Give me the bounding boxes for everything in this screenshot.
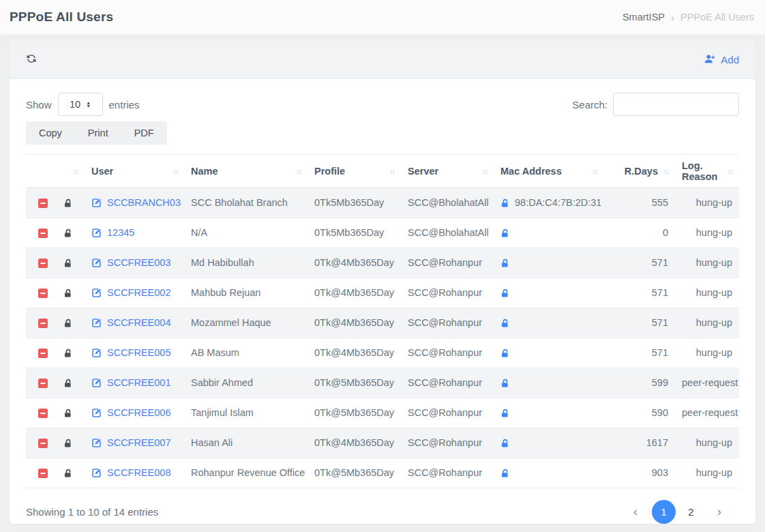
unlock-user-icon[interactable] (63, 379, 73, 388)
column-header-profile[interactable]: Profile↑↓ (308, 155, 401, 188)
mac-lock-icon[interactable] (500, 258, 510, 268)
disable-user-icon[interactable] (38, 289, 48, 298)
disable-user-icon[interactable] (38, 469, 48, 478)
refresh-button[interactable] (26, 53, 37, 66)
edit-icon[interactable] (91, 198, 102, 208)
disable-user-icon[interactable] (38, 349, 48, 358)
pagination-pages: 12 (652, 500, 703, 524)
mac-lock-icon[interactable] (500, 349, 510, 358)
column-header-log-reason[interactable]: Log. Reason↑↓ (675, 155, 739, 188)
user-link[interactable]: SCCFREE004 (107, 316, 170, 329)
pdf-button[interactable]: PDF (121, 121, 167, 145)
edit-icon[interactable] (91, 318, 102, 328)
pagination-page-2[interactable]: 2 (679, 500, 703, 524)
disable-user-icon[interactable] (38, 409, 48, 418)
card-header: Add (10, 41, 755, 79)
unlock-user-icon[interactable] (63, 198, 73, 208)
mac-lock-icon[interactable] (500, 409, 510, 418)
mac-cell (494, 458, 603, 488)
actions-cell (26, 278, 85, 308)
column-header-actions[interactable]: ↑↓ (26, 155, 85, 188)
pagination-prev-icon[interactable]: ‹ (631, 505, 640, 519)
copy-button[interactable]: Copy (26, 121, 75, 145)
mac-lock-icon[interactable] (500, 198, 510, 208)
user-link[interactable]: SCCFREE003 (107, 256, 170, 269)
refresh-icon (26, 53, 37, 66)
page-title: PPPoE All Users (10, 10, 113, 25)
breadcrumb-current: PPPoE All Users (680, 12, 754, 23)
unlock-user-icon[interactable] (63, 228, 73, 238)
unlock-user-icon[interactable] (63, 409, 73, 418)
edit-icon[interactable] (91, 348, 102, 358)
table-row: SCCFREE003Md Habibullah0Tk@4Mb365DaySCC@… (26, 248, 739, 278)
user-cell: SCCFREE003 (85, 248, 184, 278)
table-controls: Show 10 ▲▼ entries Search: (26, 93, 739, 116)
mac-lock-icon[interactable] (500, 439, 510, 448)
page-length-select[interactable]: 10 ▲▼ (58, 93, 103, 116)
pagination-page-1[interactable]: 1 (652, 500, 676, 524)
card-body: Show 10 ▲▼ entries Search: CopyPrintPDF … (10, 79, 755, 524)
actions-cell (26, 368, 85, 398)
add-button-label: Add (721, 54, 739, 65)
page-length-control: Show 10 ▲▼ entries (26, 93, 140, 116)
mac-lock-icon[interactable] (500, 469, 510, 478)
breadcrumb-parent[interactable]: SmartISP (622, 12, 665, 23)
profile-cell: 0Tk@5Mb365Day (308, 458, 401, 488)
users-table: ↑↓User↑↓Name↑↓Profile↑↓Server↑↓Mac Addre… (26, 154, 739, 488)
unlock-user-icon[interactable] (63, 439, 73, 448)
server-cell: SCC@Rohanpur (401, 308, 494, 338)
column-header-server[interactable]: Server↑↓ (401, 155, 494, 188)
user-link[interactable]: SCCFREE008 (107, 467, 170, 479)
add-user-button[interactable]: Add (704, 54, 739, 66)
unlock-user-icon[interactable] (63, 289, 73, 298)
rdays-cell: 590 (603, 398, 675, 428)
disable-user-icon[interactable] (38, 379, 48, 388)
disable-user-icon[interactable] (38, 439, 48, 448)
disable-user-icon[interactable] (38, 228, 48, 238)
mac-address: 98:DA:C4:7B:2D:31 (515, 196, 601, 209)
user-link[interactable]: 12345 (107, 226, 134, 239)
user-link[interactable]: SCCFREE001 (107, 376, 170, 389)
server-cell: SCC@Rohanpur (401, 458, 494, 488)
print-button[interactable]: Print (75, 121, 121, 145)
user-link[interactable]: SCCFREE005 (107, 346, 170, 359)
pagination-next-icon[interactable]: › (715, 505, 724, 519)
mac-lock-icon[interactable] (500, 228, 510, 238)
edit-icon[interactable] (91, 378, 102, 388)
user-link[interactable]: SCCFREE006 (107, 407, 170, 419)
unlock-user-icon[interactable] (63, 469, 73, 478)
disable-user-icon[interactable] (38, 319, 48, 328)
column-header-user[interactable]: User↑↓ (85, 155, 184, 188)
column-header-name[interactable]: Name↑↓ (184, 155, 308, 188)
unlock-user-icon[interactable] (63, 258, 73, 268)
disable-user-icon[interactable] (38, 198, 48, 208)
server-cell: SCC@BholahatAll (401, 218, 494, 248)
user-link[interactable]: SCCFREE007 (107, 437, 170, 449)
export-buttons-row: CopyPrintPDF (26, 121, 739, 145)
server-cell: SCC@Rohanpur (401, 368, 494, 398)
search-input[interactable] (613, 93, 739, 116)
name-cell: Rohanpur Revenue Office (184, 458, 308, 488)
edit-icon[interactable] (91, 408, 102, 418)
user-link[interactable]: SCCBRANCH03 (107, 196, 181, 209)
entries-info: Showing 1 to 10 of 14 entries (26, 506, 158, 518)
edit-icon[interactable] (91, 288, 102, 298)
edit-icon[interactable] (91, 258, 102, 268)
column-header-r-days[interactable]: R.Days↑↓ (603, 155, 675, 188)
rdays-cell: 555 (603, 188, 675, 218)
mac-lock-icon[interactable] (500, 289, 510, 298)
unlock-user-icon[interactable] (63, 319, 73, 328)
mac-cell (494, 218, 603, 248)
disable-user-icon[interactable] (38, 258, 48, 268)
edit-icon[interactable] (91, 468, 102, 478)
edit-icon[interactable] (91, 438, 102, 448)
actions-cell (26, 308, 85, 338)
mac-lock-icon[interactable] (500, 379, 510, 388)
sort-icon: ↑↓ (389, 167, 394, 175)
user-link[interactable]: SCCFREE002 (107, 286, 170, 299)
edit-icon[interactable] (91, 228, 102, 238)
unlock-user-icon[interactable] (63, 349, 73, 358)
mac-cell (494, 278, 603, 308)
mac-lock-icon[interactable] (500, 319, 510, 328)
column-header-mac-address[interactable]: Mac Address↑↓ (494, 155, 603, 188)
